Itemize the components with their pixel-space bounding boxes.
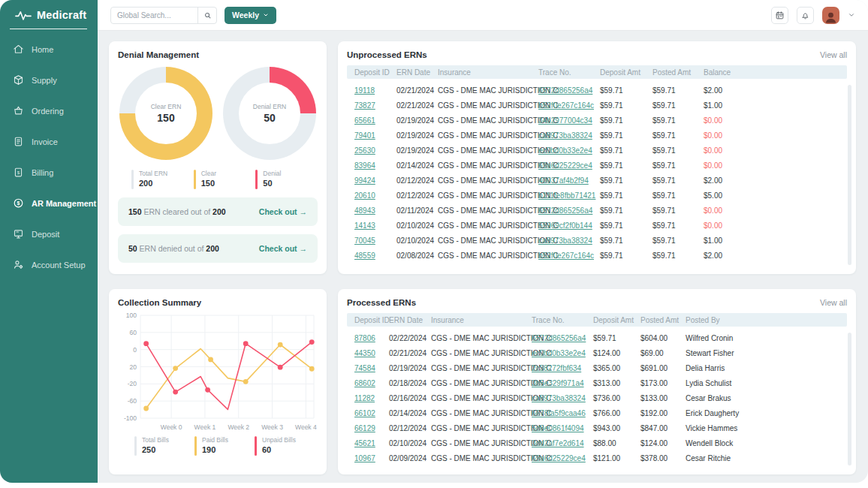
- id-link[interactable]: 79401: [354, 131, 396, 140]
- sidebar-item-invoice[interactable]: Invoice: [0, 126, 98, 157]
- unprocessed-erns-card: Unprocessed ERNs View all Deposit IDERN …: [338, 41, 856, 274]
- trace-link[interactable]: b52f0e267c164c: [538, 252, 600, 260]
- user-avatar[interactable]: [822, 7, 839, 24]
- id-link[interactable]: 83964: [354, 161, 396, 170]
- sidebar-item-label: Deposit: [32, 230, 59, 239]
- trace-link[interactable]: 3b5e329f971a4: [532, 379, 593, 387]
- unprocessed-view-all-link[interactable]: View all: [820, 50, 847, 59]
- notifications-button[interactable]: [797, 7, 814, 24]
- id-link[interactable]: 99424: [354, 176, 396, 185]
- trace-link[interactable]: ca8973ba38324: [538, 131, 600, 140]
- trace-link[interactable]: 6678fa5f9caa46: [532, 409, 593, 417]
- trace-link[interactable]: ec0bd0b33e2e4: [538, 146, 600, 155]
- trace-link[interactable]: 69a6d25229ce4: [532, 454, 593, 462]
- svg-text:20: 20: [130, 363, 137, 371]
- cell-deposit: $736.00: [593, 394, 640, 402]
- sidebar-item-label: Invoice: [32, 137, 58, 146]
- column-header-trace: Trace No.: [532, 316, 593, 324]
- trace-link[interactable]: 5d8e0861f4094: [532, 424, 593, 432]
- search-input[interactable]: [111, 11, 197, 20]
- legend-label: Unpaid Bills: [262, 436, 296, 444]
- user-menu-chevron-icon[interactable]: [848, 11, 855, 19]
- id-link[interactable]: 11282: [354, 394, 389, 402]
- unprocessed-scrollbar[interactable]: [848, 85, 851, 265]
- column-header-date: ERN Date: [396, 68, 438, 77]
- id-link[interactable]: 44350: [354, 349, 389, 357]
- collection-summary-chart: 10060020-20-60-100Week 0Week 1Week 2Week…: [118, 310, 318, 435]
- sidebar-item-label: Supply: [32, 76, 57, 85]
- cell-insurance: CGS - DME MAC JURISDICTION C: [431, 454, 532, 462]
- id-link[interactable]: 87806: [354, 334, 389, 342]
- search-button[interactable]: [198, 8, 216, 23]
- trace-link[interactable]: 34b2977004c34: [538, 116, 600, 125]
- trace-link[interactable]: b111fe8fbb71421: [538, 191, 600, 200]
- cell-date: 02/14/2024: [396, 161, 438, 170]
- id-link[interactable]: 10967: [354, 454, 389, 462]
- sidebar-item-billing[interactable]: $Billing: [0, 157, 98, 188]
- calendar-button[interactable]: [771, 7, 788, 24]
- supply-icon: [13, 74, 24, 86]
- id-link[interactable]: 48559: [354, 252, 396, 260]
- cell-posted_by: Cesar Ritchie: [686, 454, 839, 462]
- trace-link[interactable]: 55969cf2f0b144: [538, 221, 600, 230]
- legend-item: Denial50: [255, 170, 318, 189]
- trace-link[interactable]: 6572d865256a4: [538, 86, 600, 95]
- ordering-icon: [13, 105, 24, 116]
- id-link[interactable]: 65661: [354, 116, 396, 125]
- table-row: 7940102/19/2024CGS - DME MAC JURISDICTIO…: [347, 128, 847, 143]
- id-link[interactable]: 14143: [354, 221, 396, 230]
- svg-text:Week 3: Week 3: [261, 423, 283, 431]
- id-link[interactable]: 19118: [354, 86, 396, 95]
- processed-erns-card: Processed ERNs View all Deposit IDERN Da…: [338, 289, 856, 474]
- sidebar-item-deposit[interactable]: Deposit: [0, 218, 98, 249]
- deposit-icon: [13, 228, 24, 239]
- sidebar-item-supply[interactable]: Supply: [0, 65, 98, 95]
- trace-link[interactable]: b52f0e267c164c: [538, 101, 600, 110]
- ern-summary-row: 150 ERN cleared out of 200Check out →: [118, 197, 318, 226]
- donut-value: 50: [264, 112, 276, 124]
- id-link[interactable]: 20610: [354, 191, 396, 200]
- period-label: Weekly: [232, 11, 259, 20]
- sidebar-item-label: Home: [32, 45, 53, 54]
- period-dropdown[interactable]: Weekly: [225, 7, 276, 24]
- cell-insurance: CGS - DME MAC JURISDICTION C: [438, 191, 538, 200]
- svg-text:Week 0: Week 0: [161, 423, 182, 431]
- id-link[interactable]: 45621: [354, 439, 389, 447]
- donut-charts: Clear ERN 150 Denial ERN 50: [118, 67, 318, 160]
- sidebar-item-ordering[interactable]: Ordering: [0, 95, 98, 126]
- column-header-deposit: Deposit Amt: [600, 68, 653, 77]
- sidebar-item-account-setup[interactable]: Account Setup: [0, 249, 98, 280]
- trace-link[interactable]: 2c38272fbf634: [532, 364, 593, 372]
- processed-scrollbar[interactable]: [848, 333, 851, 465]
- trace-link[interactable]: 3dd2af7e2d614: [532, 439, 593, 447]
- trace-link[interactable]: 6572d865256a4: [532, 334, 593, 342]
- check-out-link[interactable]: Check out →: [259, 244, 307, 253]
- id-link[interactable]: 74584: [354, 364, 389, 372]
- cell-date: 02/09/2024: [389, 454, 431, 462]
- global-search: [110, 7, 217, 24]
- sidebar-item-home[interactable]: Home: [0, 34, 98, 65]
- trace-link[interactable]: 69a6d25229ce4: [538, 161, 600, 170]
- id-link[interactable]: 70045: [354, 236, 396, 245]
- trace-link[interactable]: ec0bd0b33e2e4: [532, 349, 593, 357]
- trace-link[interactable]: ca8973ba38324: [532, 394, 593, 402]
- id-link[interactable]: 73827: [354, 101, 396, 110]
- logo-divider: [10, 29, 87, 29]
- id-link[interactable]: 66102: [354, 409, 389, 417]
- trace-link[interactable]: 40037af4b2f94: [538, 176, 600, 185]
- column-header-posted: Posted Amt: [653, 68, 704, 77]
- sidebar-item-label: AR Management: [32, 199, 96, 208]
- id-link[interactable]: 48943: [354, 206, 396, 215]
- trace-link[interactable]: 6572d865256a4: [538, 206, 600, 215]
- svg-text:60: 60: [130, 329, 137, 336]
- id-link[interactable]: 25630: [354, 146, 396, 155]
- cell-date: 02/19/2024: [396, 116, 438, 125]
- cell-posted: $133.00: [640, 394, 686, 402]
- processed-view-all-link[interactable]: View all: [820, 298, 847, 307]
- id-link[interactable]: 66129: [354, 424, 389, 432]
- check-out-link[interactable]: Check out →: [259, 207, 307, 216]
- id-link[interactable]: 68602: [354, 379, 389, 387]
- sidebar-item-ar-management[interactable]: $AR Management: [0, 188, 98, 218]
- trace-link[interactable]: ca8973ba38324: [538, 236, 600, 245]
- cell-posted: $604.00: [640, 334, 686, 342]
